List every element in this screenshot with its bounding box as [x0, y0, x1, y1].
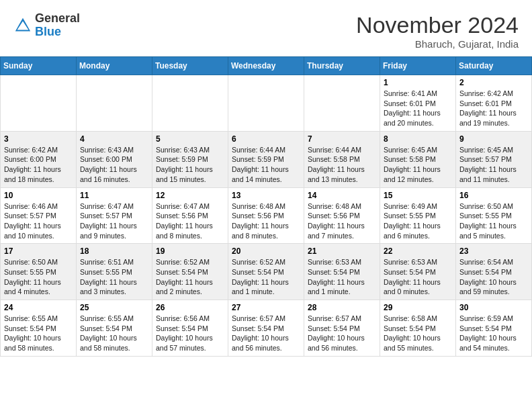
calendar-week-row: 10Sunrise: 6:46 AM Sunset: 5:57 PM Dayli…: [1, 187, 532, 244]
day-number: 29: [384, 303, 452, 312]
day-info: Sunrise: 6:51 AM Sunset: 5:55 PM Dayligh…: [80, 257, 148, 297]
day-info: Sunrise: 6:53 AM Sunset: 5:54 PM Dayligh…: [308, 257, 376, 297]
calendar-day-cell: 12Sunrise: 6:47 AM Sunset: 5:56 PM Dayli…: [152, 187, 228, 244]
day-info: Sunrise: 6:49 AM Sunset: 5:55 PM Dayligh…: [384, 201, 452, 241]
day-info: Sunrise: 6:48 AM Sunset: 5:56 PM Dayligh…: [308, 201, 376, 241]
calendar-day-cell: 8Sunrise: 6:45 AM Sunset: 5:58 PM Daylig…: [380, 131, 456, 187]
day-number: 18: [80, 246, 148, 256]
page-header: General Blue November 2024 Bharuch, Guja…: [0, 0, 532, 56]
day-number: 5: [156, 134, 224, 144]
day-info: Sunrise: 6:52 AM Sunset: 5:54 PM Dayligh…: [232, 257, 300, 297]
day-info: Sunrise: 6:45 AM Sunset: 5:57 PM Dayligh…: [459, 145, 528, 185]
calendar-table: SundayMondayTuesdayWednesdayThursdayFrid…: [0, 56, 532, 357]
day-number: 24: [4, 303, 73, 312]
calendar-day-cell: 27Sunrise: 6:57 AM Sunset: 5:54 PM Dayli…: [228, 300, 304, 357]
day-number: 22: [384, 246, 452, 256]
day-info: Sunrise: 6:45 AM Sunset: 5:58 PM Dayligh…: [384, 145, 452, 185]
day-number: 28: [308, 303, 376, 312]
day-info: Sunrise: 6:43 AM Sunset: 6:00 PM Dayligh…: [80, 145, 148, 185]
weekday-header-sunday: Sunday: [1, 57, 77, 75]
day-number: 15: [384, 191, 452, 200]
day-info: Sunrise: 6:46 AM Sunset: 5:57 PM Dayligh…: [4, 201, 73, 241]
day-info: Sunrise: 6:48 AM Sunset: 5:56 PM Dayligh…: [232, 201, 300, 241]
day-info: Sunrise: 6:50 AM Sunset: 5:55 PM Dayligh…: [459, 201, 528, 241]
weekday-header-thursday: Thursday: [304, 57, 380, 75]
calendar-day-cell: 20Sunrise: 6:52 AM Sunset: 5:54 PM Dayli…: [228, 244, 304, 300]
weekday-header-saturday: Saturday: [456, 57, 532, 75]
day-number: 17: [4, 246, 73, 256]
day-number: 7: [308, 134, 376, 144]
calendar-day-cell: 5Sunrise: 6:43 AM Sunset: 5:59 PM Daylig…: [152, 131, 228, 187]
location-text: Bharuch, Gujarat, India: [356, 38, 519, 50]
day-info: Sunrise: 6:54 AM Sunset: 5:54 PM Dayligh…: [459, 257, 528, 297]
calendar-day-cell: [77, 75, 152, 132]
calendar-day-cell: 23Sunrise: 6:54 AM Sunset: 5:54 PM Dayli…: [456, 244, 532, 300]
calendar-day-cell: 17Sunrise: 6:50 AM Sunset: 5:55 PM Dayli…: [1, 244, 77, 300]
day-number: 16: [459, 191, 528, 200]
calendar-day-cell: 26Sunrise: 6:56 AM Sunset: 5:54 PM Dayli…: [152, 300, 228, 357]
calendar-day-cell: 7Sunrise: 6:44 AM Sunset: 5:58 PM Daylig…: [304, 131, 380, 187]
calendar-day-cell: 11Sunrise: 6:47 AM Sunset: 5:57 PM Dayli…: [77, 187, 152, 244]
calendar-day-cell: 9Sunrise: 6:45 AM Sunset: 5:57 PM Daylig…: [456, 131, 532, 187]
calendar-day-cell: [304, 75, 380, 132]
calendar-day-cell: 13Sunrise: 6:48 AM Sunset: 5:56 PM Dayli…: [228, 187, 304, 244]
day-number: 3: [4, 134, 73, 144]
day-info: Sunrise: 6:42 AM Sunset: 6:00 PM Dayligh…: [4, 145, 73, 185]
logo-general-text: General: [35, 11, 80, 25]
calendar-day-cell: 21Sunrise: 6:53 AM Sunset: 5:54 PM Dayli…: [304, 244, 380, 300]
day-info: Sunrise: 6:50 AM Sunset: 5:55 PM Dayligh…: [4, 257, 73, 297]
day-info: Sunrise: 6:58 AM Sunset: 5:54 PM Dayligh…: [384, 314, 452, 353]
calendar-day-cell: 16Sunrise: 6:50 AM Sunset: 5:55 PM Dayli…: [456, 187, 532, 244]
logo: General Blue: [13, 12, 80, 39]
weekday-header-wednesday: Wednesday: [228, 57, 304, 75]
logo-blue-text: Blue: [35, 25, 61, 38]
day-info: Sunrise: 6:53 AM Sunset: 5:54 PM Dayligh…: [384, 257, 452, 297]
day-number: 2: [459, 78, 528, 87]
day-info: Sunrise: 6:59 AM Sunset: 5:54 PM Dayligh…: [459, 314, 528, 353]
day-info: Sunrise: 6:42 AM Sunset: 6:01 PM Dayligh…: [459, 89, 528, 128]
calendar-week-row: 3Sunrise: 6:42 AM Sunset: 6:00 PM Daylig…: [1, 131, 532, 187]
day-info: Sunrise: 6:56 AM Sunset: 5:54 PM Dayligh…: [156, 314, 224, 353]
calendar-week-row: 1Sunrise: 6:41 AM Sunset: 6:01 PM Daylig…: [1, 75, 532, 132]
calendar-day-cell: 6Sunrise: 6:44 AM Sunset: 5:59 PM Daylig…: [228, 131, 304, 187]
calendar-day-cell: 30Sunrise: 6:59 AM Sunset: 5:54 PM Dayli…: [456, 300, 532, 357]
day-number: 23: [459, 246, 528, 256]
day-info: Sunrise: 6:55 AM Sunset: 5:54 PM Dayligh…: [4, 314, 73, 353]
calendar-day-cell: 4Sunrise: 6:43 AM Sunset: 6:00 PM Daylig…: [77, 131, 152, 187]
day-number: 13: [232, 191, 300, 200]
day-info: Sunrise: 6:52 AM Sunset: 5:54 PM Dayligh…: [156, 257, 224, 297]
calendar-day-cell: 3Sunrise: 6:42 AM Sunset: 6:00 PM Daylig…: [1, 131, 77, 187]
calendar-day-cell: 15Sunrise: 6:49 AM Sunset: 5:55 PM Dayli…: [380, 187, 456, 244]
day-number: 21: [308, 246, 376, 256]
day-info: Sunrise: 6:47 AM Sunset: 5:57 PM Dayligh…: [80, 201, 148, 241]
weekday-header-row: SundayMondayTuesdayWednesdayThursdayFrid…: [1, 57, 532, 75]
calendar-day-cell: 25Sunrise: 6:55 AM Sunset: 5:54 PM Dayli…: [77, 300, 152, 357]
day-info: Sunrise: 6:55 AM Sunset: 5:54 PM Dayligh…: [80, 314, 148, 353]
day-info: Sunrise: 6:41 AM Sunset: 6:01 PM Dayligh…: [384, 89, 452, 128]
calendar-day-cell: 1Sunrise: 6:41 AM Sunset: 6:01 PM Daylig…: [380, 75, 456, 132]
day-number: 6: [232, 134, 300, 144]
calendar-day-cell: 18Sunrise: 6:51 AM Sunset: 5:55 PM Dayli…: [77, 244, 152, 300]
calendar-day-cell: [152, 75, 228, 132]
logo-icon: [13, 16, 32, 35]
calendar-week-row: 17Sunrise: 6:50 AM Sunset: 5:55 PM Dayli…: [1, 244, 532, 300]
title-block: November 2024 Bharuch, Gujarat, India: [356, 12, 519, 50]
day-info: Sunrise: 6:47 AM Sunset: 5:56 PM Dayligh…: [156, 201, 224, 241]
day-number: 11: [80, 191, 148, 200]
day-number: 30: [459, 303, 528, 312]
calendar-day-cell: 29Sunrise: 6:58 AM Sunset: 5:54 PM Dayli…: [380, 300, 456, 357]
weekday-header-monday: Monday: [77, 57, 152, 75]
day-number: 25: [80, 303, 148, 312]
calendar-day-cell: [228, 75, 304, 132]
day-info: Sunrise: 6:43 AM Sunset: 5:59 PM Dayligh…: [156, 145, 224, 185]
day-info: Sunrise: 6:57 AM Sunset: 5:54 PM Dayligh…: [232, 314, 300, 353]
calendar-day-cell: 10Sunrise: 6:46 AM Sunset: 5:57 PM Dayli…: [1, 187, 77, 244]
calendar-day-cell: 28Sunrise: 6:57 AM Sunset: 5:54 PM Dayli…: [304, 300, 380, 357]
day-info: Sunrise: 6:44 AM Sunset: 5:59 PM Dayligh…: [232, 145, 300, 185]
day-number: 14: [308, 191, 376, 200]
day-number: 12: [156, 191, 224, 200]
calendar-day-cell: 22Sunrise: 6:53 AM Sunset: 5:54 PM Dayli…: [380, 244, 456, 300]
day-number: 27: [232, 303, 300, 312]
day-number: 10: [4, 191, 73, 200]
calendar-day-cell: 2Sunrise: 6:42 AM Sunset: 6:01 PM Daylig…: [456, 75, 532, 132]
